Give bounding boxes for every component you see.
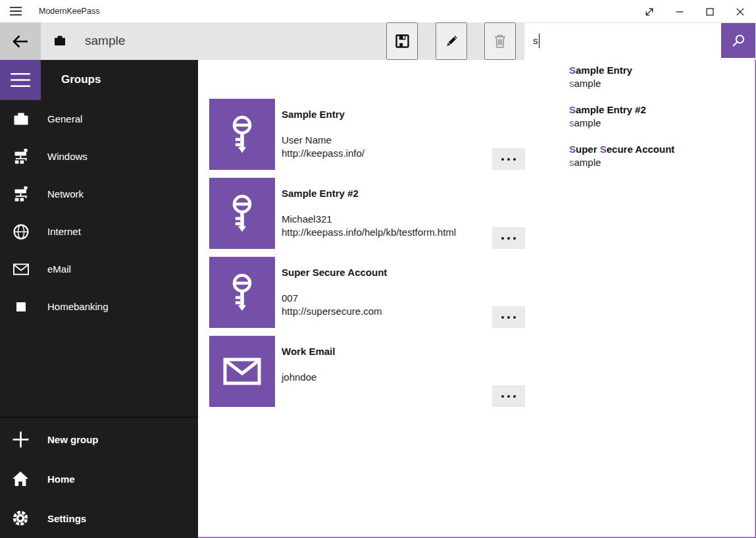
network-icon (13, 186, 29, 202)
suggestion-subtitle: sample (569, 156, 754, 169)
search-input[interactable]: s (524, 23, 721, 58)
sidebar-item-label: General (47, 113, 82, 124)
app-title: ModernKeePass (39, 0, 99, 22)
more-options-button[interactable] (492, 306, 525, 328)
text-cursor (539, 34, 540, 48)
sidebar-item-label: Home (47, 473, 75, 485)
network-icon (13, 149, 29, 164)
group-title: sample (85, 22, 125, 60)
entry-url: http://supersecure.com (282, 305, 382, 318)
briefcase-icon (13, 112, 29, 126)
entry-url: http://keepass.info/help/kb/testform.htm… (282, 226, 456, 239)
entry-title: Sample Entry #2 (282, 188, 359, 199)
entry-username: johndoe (282, 371, 316, 384)
entry-username: User Name (282, 134, 365, 147)
hamburger-icon[interactable] (10, 0, 23, 22)
maximize-icon[interactable] (695, 1, 725, 22)
entry-url: http://keepass.info/ (282, 147, 365, 160)
sidebar-item-settings[interactable]: Settings (0, 498, 198, 538)
entry-details: Michael321 http://keepass.info/help/kb/t… (282, 213, 456, 239)
command-bar: sample s (0, 22, 756, 60)
key-icon (226, 193, 258, 234)
groups-header: Groups (61, 60, 101, 100)
briefcase-icon (54, 35, 66, 49)
entry-username: 007 (282, 292, 382, 305)
suggestion-subtitle: sample (569, 77, 754, 90)
minimize-icon[interactable] (665, 1, 695, 22)
save-icon (395, 34, 409, 48)
suggestion-title: Super Secure Account (569, 143, 754, 156)
more-options-button[interactable] (492, 227, 525, 249)
trash-icon (494, 34, 506, 48)
mail-icon (13, 263, 29, 275)
more-options-button[interactable] (492, 148, 525, 170)
globe-icon (13, 224, 29, 240)
entry-tile[interactable] (209, 336, 275, 407)
sidebar-item-home[interactable]: Home (0, 459, 198, 498)
key-icon (226, 272, 258, 313)
back-arrow-icon (11, 34, 30, 49)
sidebar-item-internet[interactable]: Internet (0, 213, 198, 250)
edit-pencil-icon (445, 35, 458, 48)
entry-details: User Name http://keepass.info/ (282, 134, 365, 160)
suggestion-subtitle: sample (569, 117, 754, 130)
suggestion-title: Sample Entry #2 (569, 103, 754, 117)
entry-title: Super Secure Account (282, 267, 387, 278)
search-suggestions-dropdown: Sample Entry sample Sample Entry #2 samp… (524, 58, 754, 182)
key-icon (226, 114, 258, 155)
save-button[interactable] (386, 22, 418, 60)
entry-tile[interactable] (209, 178, 275, 249)
back-button[interactable] (0, 22, 41, 60)
gear-icon (12, 510, 29, 527)
entry-row[interactable]: Work Email johndoe (209, 336, 525, 407)
hamburger-icon (11, 73, 30, 87)
entry-tile[interactable] (209, 257, 275, 328)
sidebar-item-label: Internet (47, 226, 81, 237)
search-suggestion[interactable]: Sample Entry sample (524, 64, 754, 90)
sidebar-item-homebanking[interactable]: Homebanking (0, 288, 198, 325)
plus-icon (12, 431, 29, 448)
entry-title: Sample Entry (282, 109, 345, 120)
search-button[interactable] (721, 23, 755, 58)
entry-row[interactable]: Sample Entry #2 Michael321 http://keepas… (209, 178, 525, 249)
sidebar: Groups General Windows Network Internet … (0, 60, 198, 538)
entry-row[interactable]: Sample Entry User Name http://keepass.in… (209, 99, 525, 170)
entry-details: 007 http://supersecure.com (282, 292, 382, 318)
sidebar-item-label: New group (47, 434, 99, 445)
delete-button[interactable] (484, 22, 516, 60)
search-icon (730, 33, 746, 49)
app-window: ModernKeePass sample (0, 0, 756, 538)
sidebar-item-label: Homebanking (47, 301, 109, 312)
sidebar-item-new-group[interactable]: New group (0, 419, 198, 459)
entry-username: Michael321 (282, 213, 456, 226)
close-icon[interactable] (725, 1, 755, 22)
sidebar-item-label: Windows (47, 151, 88, 162)
sidebar-item-general[interactable]: General (0, 100, 198, 138)
edit-button[interactable] (436, 22, 467, 60)
entry-details: johndoe (282, 371, 316, 384)
sidebar-item-label: Network (47, 188, 84, 200)
search-suggestion[interactable]: Sample Entry #2 sample (524, 103, 754, 130)
expand-icon[interactable] (634, 1, 665, 22)
more-options-button[interactable] (492, 385, 525, 407)
entry-row[interactable]: Super Secure Account 007 http://supersec… (209, 257, 525, 328)
sidebar-item-windows[interactable]: Windows (0, 138, 198, 175)
sidebar-divider (0, 417, 198, 417)
square-icon (13, 302, 29, 311)
sidebar-item-label: Settings (47, 513, 86, 524)
home-icon (12, 471, 29, 487)
sidebar-item-email[interactable]: eMail (0, 250, 198, 288)
entry-title: Work Email (282, 346, 335, 357)
entry-tile[interactable] (209, 99, 275, 170)
sidebar-hamburger-button[interactable] (0, 60, 41, 100)
search-suggestion[interactable]: Super Secure Account sample (524, 143, 754, 169)
sidebar-item-network[interactable]: Network (0, 175, 198, 213)
search-value: s (533, 35, 538, 46)
sidebar-item-label: eMail (47, 263, 71, 275)
suggestion-title: Sample Entry (569, 64, 754, 77)
window-controls (634, 1, 755, 22)
titlebar: ModernKeePass (0, 0, 756, 22)
mail-icon (223, 358, 261, 385)
